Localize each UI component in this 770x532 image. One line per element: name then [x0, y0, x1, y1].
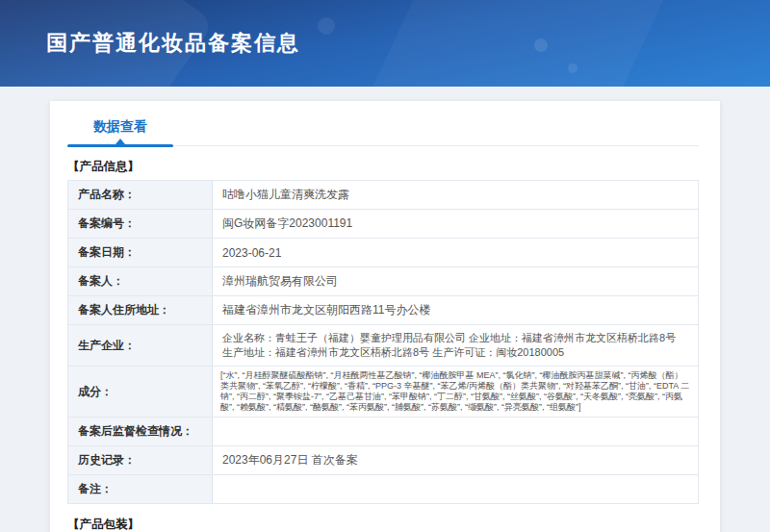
banner-decoration-dot [568, 63, 578, 73]
row-label: 历史记录： [68, 446, 213, 475]
row-value: 企业名称：青蛙王子（福建）婴童护理用品有限公司 企业地址：福建省漳州市龙文区梧桥… [213, 325, 699, 367]
table-row: 备注： [68, 475, 699, 504]
row-label: 备案日期： [68, 239, 213, 267]
row-value: 2023年06月27日 首次备案 [213, 446, 699, 475]
row-label: 备案人住所地址： [68, 296, 213, 325]
table-row: 备案后监督检查情况： [68, 418, 699, 446]
page-title: 国产普通化妆品备案信息 [46, 29, 300, 58]
section-title-product-info: 【产品信息】 [67, 159, 699, 175]
table-row: 备案日期： 2023-06-21 [68, 239, 699, 267]
row-label: 产品名称： [68, 181, 213, 210]
banner-decoration-dot [534, 38, 548, 52]
table-row: 成分： [“水”, “月桂醇聚醚硫酸酯钠”, “月桂酰两性基乙酸钠”, “椰油酰… [68, 367, 699, 418]
row-label: 备案编号： [68, 210, 213, 239]
content-card: 数据查看 【产品信息】 产品名称： 咕噜小猫儿童清爽洗发露 备案编号： 闽G妆网… [50, 101, 720, 532]
row-label: 备注： [68, 475, 213, 504]
row-label: 备案人： [68, 267, 213, 296]
table-row: 生产企业： 企业名称：青蛙王子（福建）婴童护理用品有限公司 企业地址：福建省漳州… [68, 325, 699, 367]
table-row: 历史记录： 2023年06月27日 首次备案 [68, 446, 699, 475]
product-info-table: 产品名称： 咕噜小猫儿童清爽洗发露 备案编号： 闽G妆网备字2023001191… [67, 180, 699, 504]
row-value: 2023-06-21 [213, 239, 699, 267]
row-value: 咕噜小猫儿童清爽洗发露 [213, 181, 699, 210]
row-label: 备案后监督检查情况： [68, 418, 213, 446]
row-value: 漳州瑞航贸易有限公司 [213, 267, 699, 296]
row-value-ingredients: [“水”, “月桂醇聚醚硫酸酯钠”, “月桂酰两性基乙酸钠”, “椰油酰胺甲基 … [213, 367, 699, 418]
row-value: 闽G妆网备字2023001191 [213, 210, 699, 239]
tab-data-view-label: 数据查看 [93, 118, 147, 134]
table-row: 产品名称： 咕噜小猫儿童清爽洗发露 [68, 181, 699, 210]
table-row: 备案编号： 闽G妆网备字2023001191 [68, 210, 699, 239]
row-label: 成分： [68, 367, 213, 418]
header-banner: 国产普通化妆品备案信息 [0, 0, 770, 87]
section-title-packaging: 【产品包装】 [67, 517, 699, 532]
table-row: 备案人： 漳州瑞航贸易有限公司 [68, 267, 699, 296]
row-value: 福建省漳州市龙文区朝阳西路11号办公楼 [213, 296, 699, 325]
banner-decoration-dot [318, 17, 335, 35]
row-value [213, 418, 699, 446]
tab-bar: 数据查看 [67, 114, 699, 146]
row-label: 生产企业： [68, 325, 213, 367]
banner-decoration-shape [359, 0, 699, 87]
table-row: 备案人住所地址： 福建省漳州市龙文区朝阳西路11号办公楼 [68, 296, 699, 325]
tab-active-triangle [116, 134, 125, 144]
row-value [213, 475, 699, 504]
tab-data-view[interactable]: 数据查看 [67, 114, 173, 145]
